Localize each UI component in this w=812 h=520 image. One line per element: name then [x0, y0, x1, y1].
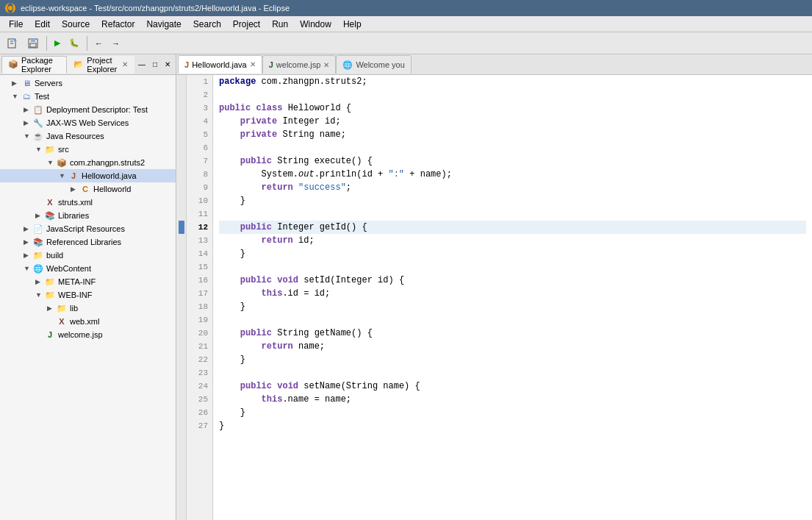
code-line-20: public String getName() { — [219, 327, 806, 340]
ln-25: 25 — [191, 393, 208, 406]
ln-8: 8 — [191, 168, 208, 181]
welcome-tab-icon: J — [269, 60, 273, 69]
menu-edit[interactable]: Edit — [29, 18, 56, 31]
code-line-25: this.name = name; — [219, 393, 806, 406]
toolbar-separator — [46, 36, 47, 51]
margin-line — [176, 168, 186, 181]
tab-helloworld-java[interactable]: J Helloworld.java ✕ — [178, 55, 262, 74]
tree-item-meta-inf[interactable]: ▶ 📁 META-INF — [0, 275, 176, 288]
package-explorer-icon: 📦 — [8, 60, 18, 69]
tree-item-referenced-libs[interactable]: ▶ 📚 Referenced Libraries — [0, 235, 176, 249]
menu-help[interactable]: Help — [337, 18, 367, 31]
menu-run[interactable]: Run — [266, 18, 294, 31]
web-xml-icon: X — [56, 316, 68, 327]
tree-item-package[interactable]: ▼ 📦 com.zhangpn.struts2 — [0, 156, 176, 169]
tree-arrow-class: ▶ — [71, 185, 79, 193]
web-inf-label: WEB-INF — [58, 291, 92, 299]
menu-refactor[interactable]: Refactor — [96, 18, 140, 31]
welcome-tab-close[interactable]: ✕ — [323, 61, 329, 69]
tree-item-welcome-jsp[interactable]: J welcome.jsp — [0, 328, 176, 341]
java-resources-icon: ☕ — [32, 130, 44, 142]
menu-project[interactable]: Project — [227, 18, 266, 31]
build-icon: 📁 — [32, 249, 44, 261]
tree-item-web-xml[interactable]: X web.xml — [0, 315, 176, 328]
menu-source[interactable]: Source — [56, 18, 96, 31]
code-line-26: } — [219, 406, 806, 419]
code-line-23 — [219, 366, 806, 380]
menu-search[interactable]: Search — [187, 18, 227, 31]
tree-item-jaxws[interactable]: ▶ 🔧 JAX-WS Web Services — [0, 116, 176, 129]
minimize-panel[interactable]: — — [134, 56, 149, 74]
tree-item-js-resources[interactable]: ▶ 📄 JavaScript Resources — [0, 222, 176, 235]
tree-item-lib[interactable]: ▶ 📁 lib — [0, 302, 176, 315]
webcontent-icon: 🌐 — [32, 263, 44, 274]
tree-item-libraries[interactable]: ▶ 📚 Libraries — [0, 209, 176, 222]
code-line-14: } — [219, 247, 806, 260]
tree-item-deployment[interactable]: ▶ 📋 Deployment Descriptor: Test — [0, 103, 176, 116]
tree-item-java-resources[interactable]: ▼ ☕ Java Resources — [0, 129, 176, 143]
referenced-libs-icon: 📚 — [32, 236, 44, 248]
svg-rect-9 — [30, 43, 36, 47]
jaxws-label: JAX-WS Web Services — [46, 118, 129, 127]
tree-item-test[interactable]: ▼ 🗂 Test — [0, 90, 176, 103]
tree-item-webcontent[interactable]: ▼ 🌐 WebContent — [0, 262, 176, 275]
welcome-you-tab-label: Welcome you — [356, 60, 404, 69]
toolbar-separator-2 — [87, 36, 87, 51]
menu-file[interactable]: File — [3, 18, 29, 31]
code-line-16: public void setId(Integer id) { — [219, 274, 806, 287]
run-button[interactable]: ▶ — [51, 35, 64, 52]
tab-welcome-you[interactable]: 🌐 Welcome you — [336, 55, 411, 74]
back-button[interactable]: ← — [91, 35, 107, 52]
tree-item-servers[interactable]: ▶ 🖥 Servers — [0, 76, 176, 90]
tree-item-struts-xml[interactable]: X struts.xml — [0, 196, 176, 209]
meta-inf-label: META-INF — [58, 277, 96, 286]
forward-button[interactable]: → — [108, 35, 123, 52]
code-line-13: return id; — [219, 234, 806, 247]
ln-11: 11 — [191, 207, 208, 221]
code-line-15 — [219, 260, 806, 274]
ln-10: 10 — [191, 194, 208, 207]
menu-window[interactable]: Window — [294, 18, 337, 31]
ln-23: 23 — [191, 366, 208, 380]
close-panel[interactable]: ✕ — [161, 56, 174, 74]
java-resources-label: Java Resources — [46, 132, 104, 140]
code-line-8: System.out.println(id + ":" + name); — [219, 168, 806, 181]
code-line-3: public class Helloworld { — [219, 101, 806, 115]
test-project-icon: 🗂 — [21, 90, 32, 102]
code-content[interactable]: package com.zhangpn.struts2; public clas… — [213, 75, 812, 520]
tab-project-explorer[interactable]: 📂 Project Explorer ✕ — [67, 56, 134, 74]
debug-button[interactable]: 🐛 — [65, 35, 83, 52]
margin-line — [176, 207, 186, 221]
tree-item-src[interactable]: ▼ 📁 src — [0, 143, 176, 156]
tree-container[interactable]: ▶ 🖥 Servers ▼ 🗂 Test ▶ 📋 Deployment Desc… — [0, 75, 176, 520]
web-xml-label: web.xml — [70, 317, 99, 326]
new-button[interactable] — [3, 35, 22, 52]
js-resources-label: JavaScript Resources — [46, 224, 125, 233]
package-icon: 📦 — [56, 157, 68, 168]
code-line-9: return "success"; — [219, 181, 806, 194]
maximize-panel[interactable]: □ — [149, 56, 161, 74]
menu-navigate[interactable]: Navigate — [140, 18, 187, 31]
ln-19: 19 — [191, 313, 208, 327]
code-editor[interactable]: 1 2 3 4 5 6 7 8 9 10 11 12 13 14 15 16 1… — [176, 75, 812, 520]
project-explorer-close[interactable]: ✕ — [122, 60, 128, 68]
tab-package-explorer[interactable]: 📦 Package Explorer — [1, 56, 67, 74]
line-numbers: 1 2 3 4 5 6 7 8 9 10 11 12 13 14 15 16 1… — [187, 75, 213, 520]
save-button[interactable] — [24, 35, 43, 52]
tree-item-helloworld-java[interactable]: ▼ J Helloworld.java — [0, 169, 176, 182]
src-label: src — [58, 145, 69, 154]
tree-item-web-inf[interactable]: ▼ 📁 WEB-INF — [0, 288, 176, 302]
ln-14: 14 — [191, 247, 208, 260]
tree-item-build[interactable]: ▶ 📁 build — [0, 249, 176, 262]
meta-inf-icon: 📁 — [44, 276, 56, 288]
helloworld-tab-close[interactable]: ✕ — [250, 60, 256, 68]
ln-5: 5 — [191, 128, 208, 141]
tab-welcome-jsp[interactable]: J welcome.jsp ✕ — [262, 55, 337, 74]
ln-4: 4 — [191, 115, 208, 128]
tree-arrow-test: ▼ — [12, 93, 21, 100]
ln-26: 26 — [191, 406, 208, 419]
tree-item-helloworld-class[interactable]: ▶ C Helloworld — [0, 182, 176, 196]
code-line-21: return name; — [219, 340, 806, 353]
tree-arrow-build: ▶ — [24, 252, 32, 259]
tree-arrow-helloworld: ▼ — [59, 172, 68, 179]
